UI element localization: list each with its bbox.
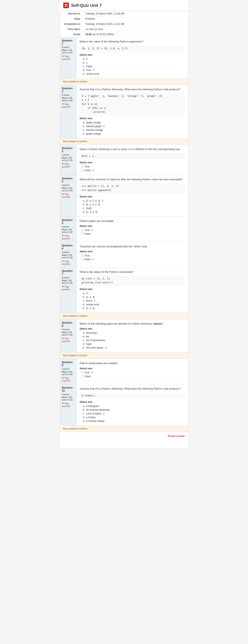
option-item: c.None ✔ (80, 299, 185, 303)
question-content-6: Traversal can only be accomplished with … (77, 242, 188, 267)
grade-out-of: out of (92, 33, 99, 36)
question-text: Which of the following types are allowed… (80, 322, 185, 326)
options-list: a.0b.{1, 2, 3}c.None ✔d.syntax errore.[1… (80, 292, 185, 310)
correct-checkmark: ✔ (91, 229, 93, 232)
option-text: True (85, 371, 90, 374)
option-item: a.apple orange (80, 121, 185, 124)
question-sidebar-2: Question2CorrectMark 1.00 out of 1.00⚑ F… (60, 85, 77, 138)
option-text: a histogram (86, 405, 99, 408)
option-letter: e. (83, 307, 86, 310)
true-false-options: True✔False (81, 371, 185, 378)
completed-label: Completed on (60, 22, 83, 27)
question-label: Question (62, 270, 75, 272)
option-letter: a. (83, 199, 86, 202)
question-status: Correct (62, 46, 75, 48)
true-false-options: TrueFalse✔ (81, 165, 185, 172)
option-text: grape orange (86, 132, 101, 135)
flag-question-link[interactable]: ⚑ Flag question (62, 163, 75, 168)
question-content-5: Python tuples are immutable.Select one:T… (77, 216, 188, 242)
option-letter: a. (83, 121, 86, 124)
option-item: b.list (80, 335, 185, 338)
flag-question-link[interactable]: ⚑ Flag question (62, 193, 75, 198)
question-sidebar-3: Question3CorrectMark 1.00 out of 1.00⚑ F… (60, 145, 77, 175)
true-false-options: True✔False (81, 228, 185, 236)
select-one-label: Select one: (80, 54, 185, 56)
question-number: 10 (62, 389, 75, 392)
question-mark: Mark 1.00 out of 1.00 (62, 331, 75, 336)
question-content-8: Which of the following types are allowed… (77, 319, 188, 352)
page-wrapper: Self-Quiz Unit 7 Started on Tuesday, 19 … (60, 0, 188, 448)
question-status: Correct (62, 276, 75, 279)
question-number: 2 (62, 90, 75, 93)
option-item: c.a list of tuples ✔ (80, 412, 185, 416)
question-number: 5 (62, 222, 75, 224)
option-letter: d. (83, 69, 86, 72)
question-sidebar-9: Question9CorrectMark 1.00 out of 1.00⚑ F… (60, 359, 77, 384)
option-text: 0 (86, 292, 88, 295)
finish-review-link[interactable]: Finish review (168, 434, 185, 438)
option-text: False (86, 65, 92, 68)
flag-question-link[interactable]: ⚑ Flag question (62, 55, 75, 60)
flag-question-link[interactable]: ⚑ Flag question (62, 402, 75, 408)
question-mark: Mark 1.00 out of 1.00 (62, 254, 75, 259)
option-letter: d. (83, 210, 86, 214)
option-text: {1, 2, 3} (86, 296, 95, 298)
question-label: Question (62, 244, 75, 247)
question-sidebar-5: Question5CorrectMark 1.00 out of 1.00⚑ F… (60, 216, 77, 242)
question-status: Correct (62, 226, 75, 228)
question-sidebar-10: Question10CorrectMark 1.00 out of 1.00⚑ … (60, 384, 77, 426)
flag-question-link[interactable]: ⚑ Flag question (62, 286, 75, 291)
completed-value: Tuesday, 19 March 2024, 11:21 AM (83, 22, 188, 27)
option-item: True (81, 254, 185, 258)
option-letter: b. (83, 335, 86, 338)
flag-question-link[interactable]: ⚑ Flag question (62, 260, 75, 265)
option-item: c.banana orange (80, 128, 185, 132)
info-row-time: Time taken 11 mins 32 secs (60, 27, 188, 32)
question-feedback-8: Your answer is correct. (60, 352, 188, 359)
question-mark: Mark 1.00 out of 1.00 (62, 97, 75, 102)
question-number: 7 (62, 272, 75, 276)
select-one-label: Select one: (80, 250, 185, 253)
question-block-8: Question8CorrectMark 1.00 out of 1.00⚑ F… (60, 319, 188, 352)
option-text: dictionary (86, 332, 97, 334)
question-block-7: Question7CorrectMark 1.00 out of 1.00⚑ F… (60, 268, 188, 313)
question-label: Question (62, 218, 75, 222)
time-label: Time taken (60, 27, 83, 32)
question-text: Python tuples are immutable. (80, 219, 185, 223)
select-one-label: Select one: (80, 117, 185, 120)
question-status: Correct (62, 94, 75, 96)
question-code: (0, 1, 3, 2) > (0, 1.0, 4, 3.1) (80, 45, 185, 52)
correct-checkmark: ✔ (102, 412, 105, 415)
correct-checkmark: ✔ (92, 258, 94, 261)
question-block-2: Question2CorrectMark 1.00 out of 1.00⚑ F… (60, 85, 188, 138)
info-row-started: Started on Tuesday, 19 March 2024, 11:09… (60, 11, 188, 16)
question-sidebar-7: Question7CorrectMark 1.00 out of 1.00⚑ F… (60, 268, 77, 312)
grade-number: 10.00 (85, 33, 92, 36)
flag-question-link[interactable]: ⚑ Flag question (62, 234, 75, 240)
option-item: b.banana grape ✔ (80, 124, 185, 128)
radio-circle (81, 258, 84, 260)
question-sidebar-4: Question4CorrectMark 1.00 out of 1.00⚑ F… (60, 175, 77, 216)
option-item: b.{1, 2, 3} (80, 295, 185, 299)
question-feedback-7: Your answer is correct. (60, 313, 188, 319)
question-status: Correct (62, 368, 75, 370)
option-item: e.[1, 2, 3] (80, 306, 185, 310)
option-letter: b. (83, 203, 86, 206)
flag-question-link[interactable]: ⚑ Flag question (62, 337, 75, 342)
flag-question-link[interactable]: ⚑ Flag question (62, 103, 75, 108)
option-item: e.syntax error (80, 72, 185, 76)
option-item: a.dictionary (80, 331, 185, 335)
option-text: True (86, 69, 91, 72)
option-item: True (81, 165, 185, 168)
option-text: list (86, 335, 89, 338)
state-value: Finished (83, 16, 188, 22)
question-status: Correct (62, 393, 75, 396)
quiz-icon (63, 2, 69, 8)
question-block-5: Question5CorrectMark 1.00 out of 1.00⚑ F… (60, 216, 188, 242)
radio-circle (81, 229, 84, 232)
question-text: Given a Python dictionary d and a value … (80, 147, 185, 151)
option-text: [1, 4, 2, 3, 5] (86, 199, 100, 202)
select-one-label: Select one: (80, 327, 185, 330)
option-text: True (85, 254, 90, 257)
flag-question-link[interactable]: ⚑ Flag question (62, 377, 75, 382)
